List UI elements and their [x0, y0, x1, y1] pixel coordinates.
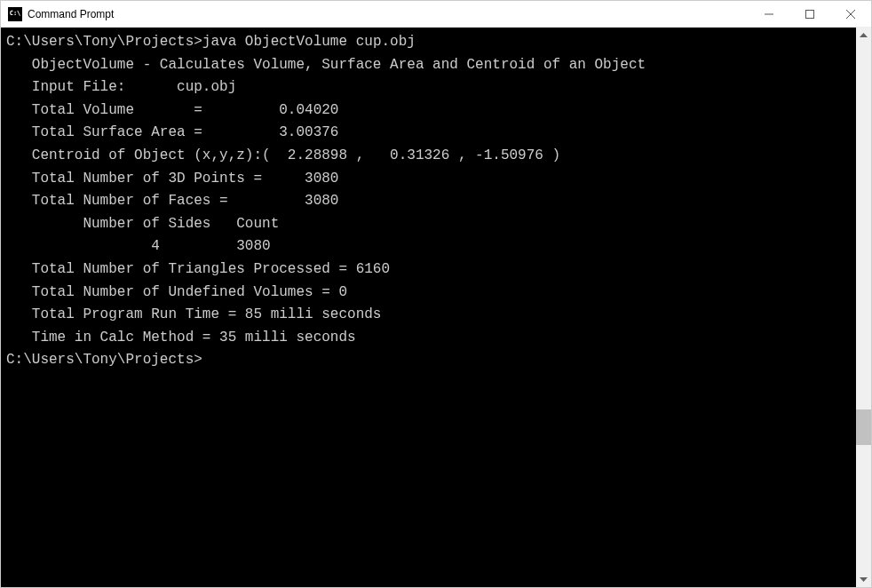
scrollbar-thumb[interactable]	[856, 409, 871, 445]
output-line: Total Volume = 0.04020	[6, 99, 851, 123]
command-prompt-window: C:\ Command Prompt C:\Users\Tony\Project…	[0, 0, 872, 588]
scrollbar-down-arrow-icon[interactable]	[856, 572, 871, 587]
output-line: Total Number of 3D Points = 3080	[6, 168, 851, 191]
vertical-scrollbar[interactable]	[856, 28, 871, 587]
close-button[interactable]	[830, 1, 871, 28]
titlebar[interactable]: C:\ Command Prompt	[1, 1, 871, 28]
output-line: Total Number of Undefined Volumes = 0	[6, 282, 851, 305]
command-prompt-icon: C:\	[8, 7, 22, 21]
prompt-path: C:\Users\Tony\Projects>	[6, 34, 202, 50]
output-line: Total Program Run Time = 85 milli second…	[6, 304, 851, 327]
minimize-button[interactable]	[749, 1, 789, 28]
svg-marker-5	[860, 577, 868, 582]
scrollbar-up-arrow-icon[interactable]	[856, 28, 871, 43]
output-line: Centroid of Object (x,y,z):( 2.28898 , 0…	[6, 145, 851, 168]
output-line: 4 3080	[6, 235, 851, 258]
svg-rect-1	[806, 10, 814, 18]
command-text: java ObjectVolume cup.obj	[202, 34, 416, 50]
window-controls	[749, 1, 871, 28]
output-line: ObjectVolume - Calculates Volume, Surfac…	[6, 54, 851, 77]
window-title: Command Prompt	[28, 8, 749, 20]
cursor	[202, 352, 210, 368]
output-line: Total Number of Triangles Processed = 61…	[6, 258, 851, 282]
maximize-button[interactable]	[789, 1, 830, 28]
prompt-path: C:\Users\Tony\Projects>	[6, 352, 202, 368]
output-line: Input File: cup.obj	[6, 76, 851, 99]
output-line: Time in Calc Method = 35 milli seconds	[6, 327, 851, 350]
terminal-output[interactable]: C:\Users\Tony\Projects>java ObjectVolume…	[1, 28, 856, 587]
output-line: Total Surface Area = 3.00376	[6, 122, 851, 145]
svg-marker-4	[860, 33, 868, 37]
output-line: Number of Sides Count	[6, 213, 851, 236]
terminal-area: C:\Users\Tony\Projects>java ObjectVolume…	[1, 28, 871, 587]
output-line: Total Number of Faces = 3080	[6, 190, 851, 213]
